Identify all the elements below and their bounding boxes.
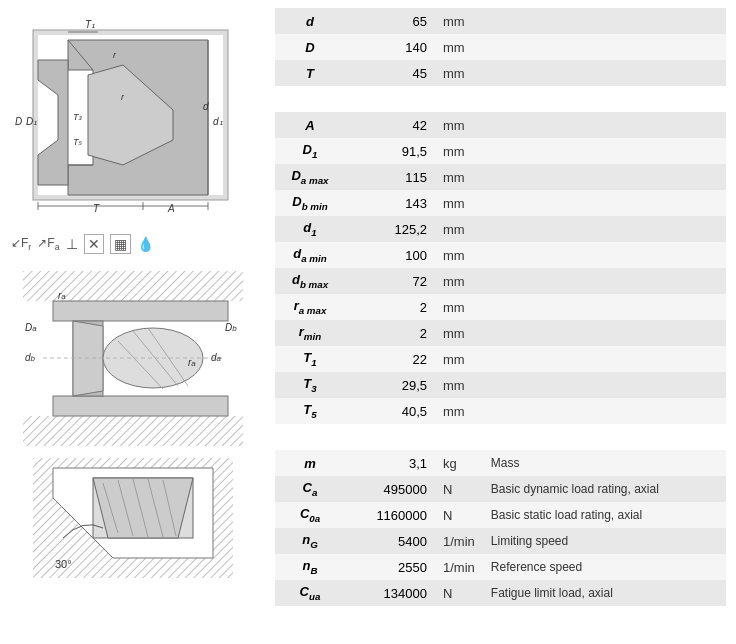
param-unit: mm xyxy=(435,190,483,216)
param-key: nG xyxy=(275,528,345,554)
param-unit: mm xyxy=(435,242,483,268)
param-value: 3,1 xyxy=(345,450,435,476)
force-fa-icon: ↗Fa xyxy=(37,236,59,252)
param-key: T xyxy=(275,60,345,86)
param-value: 29,5 xyxy=(345,372,435,398)
param-key: Db min xyxy=(275,190,345,216)
param-desc: Fatigue limit load, axial xyxy=(483,580,726,606)
param-key: C0a xyxy=(275,502,345,528)
svg-text:D₁: D₁ xyxy=(26,116,37,127)
param-value: 134000 xyxy=(345,580,435,606)
param-value: 1160000 xyxy=(345,502,435,528)
param-desc xyxy=(483,372,726,398)
param-value: 45 xyxy=(345,60,435,86)
param-value: 115 xyxy=(345,164,435,190)
diagram-bottom: 30° xyxy=(5,458,260,578)
svg-rect-26 xyxy=(23,271,243,301)
param-unit: mm xyxy=(435,372,483,398)
right-panel: d 65 mm D 140 mm T 45 mm A 42 mm D1 91,5… xyxy=(265,0,736,644)
table-row: T 45 mm xyxy=(275,60,726,86)
param-unit: mm xyxy=(435,346,483,372)
param-desc: Basic static load rating, axial xyxy=(483,502,726,528)
param-desc: Limiting speed xyxy=(483,528,726,554)
svg-rect-28 xyxy=(53,301,228,321)
param-key: Ca xyxy=(275,476,345,502)
param-unit: N xyxy=(435,476,483,502)
param-key: db max xyxy=(275,268,345,294)
diagram-top: T₁ r D D₁ d d₁ T₃ T₅ r T A xyxy=(5,10,260,220)
param-key: A xyxy=(275,112,345,138)
param-value: 100 xyxy=(345,242,435,268)
param-unit: mm xyxy=(435,60,483,86)
svg-marker-31 xyxy=(73,321,103,396)
param-value: 72 xyxy=(345,268,435,294)
svg-text:db: db xyxy=(25,352,36,363)
force-fr-icon: ↙Fr xyxy=(11,236,31,252)
param-desc: Mass xyxy=(483,450,726,476)
param-unit: mm xyxy=(435,398,483,424)
param-unit: 1/min xyxy=(435,528,483,554)
param-unit: mm xyxy=(435,216,483,242)
svg-text:A: A xyxy=(167,203,175,214)
perpendicular-icon: ⊥ xyxy=(66,236,78,252)
param-key: T5 xyxy=(275,398,345,424)
table-row: T1 22 mm xyxy=(275,346,726,372)
param-unit: mm xyxy=(435,138,483,164)
table-row: Cua 134000 N Fatigue limit load, axial xyxy=(275,580,726,606)
param-unit: mm xyxy=(435,34,483,60)
param-value: 140 xyxy=(345,34,435,60)
param-desc xyxy=(483,164,726,190)
table-row: D 140 mm xyxy=(275,34,726,60)
param-value: 91,5 xyxy=(345,138,435,164)
param-unit: 1/min xyxy=(435,554,483,580)
svg-rect-27 xyxy=(23,416,243,446)
svg-text:T₅: T₅ xyxy=(73,137,83,147)
param-unit: mm xyxy=(435,268,483,294)
table-row: d1 125,2 mm xyxy=(275,216,726,242)
param-key: rmin xyxy=(275,320,345,346)
param-key: T1 xyxy=(275,346,345,372)
svg-text:da: da xyxy=(211,352,222,363)
table-row: db max 72 mm xyxy=(275,268,726,294)
table-row: Da max 115 mm xyxy=(275,164,726,190)
param-key: m xyxy=(275,450,345,476)
param-value: 65 xyxy=(345,8,435,34)
param-value: 22 xyxy=(345,346,435,372)
param-value: 2 xyxy=(345,320,435,346)
table-row: T3 29,5 mm xyxy=(275,372,726,398)
svg-text:d₁: d₁ xyxy=(213,116,223,127)
left-panel: T₁ r D D₁ d d₁ T₃ T₅ r T A xyxy=(0,0,265,644)
table-row: Db min 143 mm xyxy=(275,190,726,216)
table-row: Ca 495000 N Basic dynamic load rating, a… xyxy=(275,476,726,502)
param-value: 40,5 xyxy=(345,398,435,424)
svg-text:ra: ra xyxy=(188,357,196,368)
param-unit: kg xyxy=(435,450,483,476)
param-key: da min xyxy=(275,242,345,268)
svg-text:Db: Db xyxy=(225,322,237,333)
svg-marker-47 xyxy=(93,478,193,538)
param-desc xyxy=(483,294,726,320)
param-key: T3 xyxy=(275,372,345,398)
param-desc xyxy=(483,320,726,346)
param-value: 2 xyxy=(345,294,435,320)
table-row: d 65 mm xyxy=(275,8,726,34)
param-unit: mm xyxy=(435,164,483,190)
param-desc xyxy=(483,8,726,34)
table-row: nB 2550 1/min Reference speed xyxy=(275,554,726,580)
svg-text:Da: Da xyxy=(25,322,37,333)
svg-text:T: T xyxy=(93,203,100,214)
param-key: d xyxy=(275,8,345,34)
diagram-middle: ra ra Da db da Db xyxy=(5,268,260,448)
table-row: da min 100 mm xyxy=(275,242,726,268)
param-value: 5400 xyxy=(345,528,435,554)
param-unit: mm xyxy=(435,112,483,138)
table-row: A 42 mm xyxy=(275,112,726,138)
param-desc xyxy=(483,60,726,86)
param-desc xyxy=(483,138,726,164)
param-desc xyxy=(483,190,726,216)
param-desc: Basic dynamic load rating, axial xyxy=(483,476,726,502)
param-key: D xyxy=(275,34,345,60)
param-desc xyxy=(483,268,726,294)
param-value: 2550 xyxy=(345,554,435,580)
svg-text:30°: 30° xyxy=(55,558,72,570)
